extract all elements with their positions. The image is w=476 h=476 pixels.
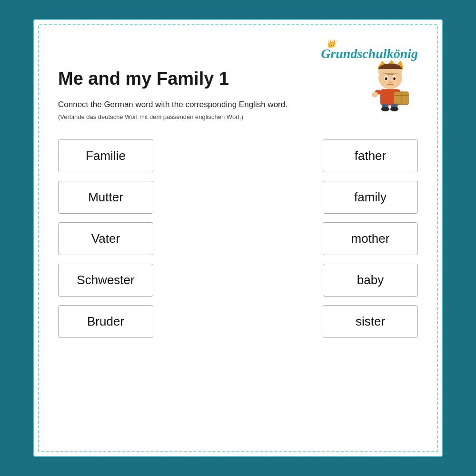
svg-point-7 — [385, 77, 387, 80]
instruction-main: Connect the German word with the corresp… — [58, 99, 366, 111]
svg-point-8 — [393, 77, 396, 80]
word-box-mutter: Mutter — [58, 181, 153, 214]
svg-point-19 — [390, 107, 398, 111]
brand-logo: 👑 Grundschulkönig — [321, 39, 418, 61]
word-box-family: family — [323, 181, 418, 214]
mascot-svg — [366, 59, 413, 111]
brand-container: 👑 Grundschulkönig — [294, 39, 418, 61]
mascot-illustration — [366, 59, 418, 116]
crown-icon: 👑 — [327, 39, 336, 48]
word-box-familie: Familie — [58, 139, 153, 172]
english-column: father family mother baby sister — [323, 139, 418, 338]
word-box-bruder: Bruder — [58, 305, 153, 338]
german-column: Familie Mutter Vater Schwester Bruder — [58, 139, 153, 338]
word-box-schwester: Schwester — [58, 264, 153, 297]
word-box-vater: Vater — [58, 222, 153, 255]
matching-area: Familie Mutter Vater Schwester Bruder fa… — [58, 139, 418, 338]
svg-point-9 — [389, 81, 392, 83]
word-box-baby: baby — [323, 264, 418, 297]
word-box-mother: mother — [323, 222, 418, 255]
page-title: Me and my Family 1 — [58, 69, 366, 89]
instruction-sub: (Verbinde das deutsche Wort mit dem pass… — [58, 113, 366, 120]
worksheet-page: 👑 Grundschulkönig Me and my Family 1 Con… — [33, 19, 443, 457]
word-box-sister: sister — [323, 305, 418, 338]
top-header: 👑 Grundschulkönig — [58, 39, 418, 61]
word-box-father: father — [323, 139, 418, 172]
svg-point-18 — [381, 107, 389, 111]
svg-rect-4 — [378, 69, 402, 74]
svg-point-15 — [372, 92, 378, 97]
